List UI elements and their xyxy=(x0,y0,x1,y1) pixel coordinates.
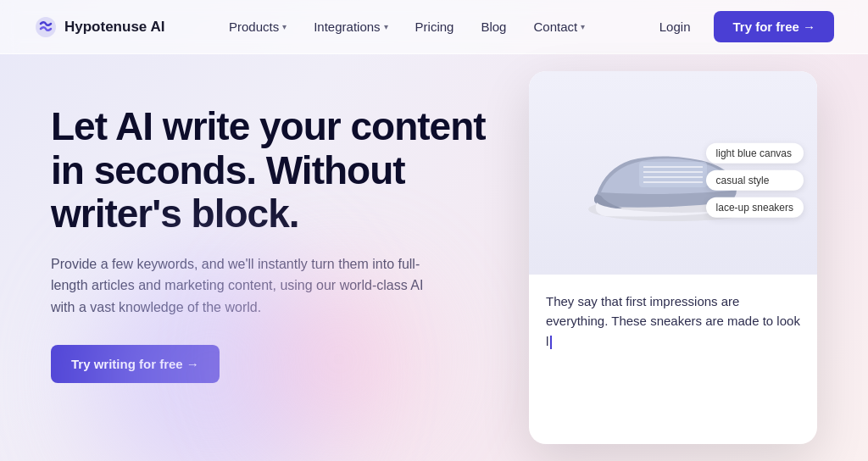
nav-item-products[interactable]: Products ▾ xyxy=(217,14,298,39)
nav-item-contact[interactable]: Contact ▾ xyxy=(521,14,597,39)
shoe-image-area: light blue canvas casual style lace-up s… xyxy=(529,71,817,275)
tag-light-blue-canvas: light blue canvas xyxy=(706,143,804,164)
navbar: Hypotenuse AI Products ▾ Integrations ▾ … xyxy=(0,0,868,54)
chevron-down-icon: ▾ xyxy=(581,22,585,31)
tag-casual-style: casual style xyxy=(706,170,804,191)
logo-icon xyxy=(34,15,58,39)
try-free-button[interactable]: Try for free → xyxy=(714,11,834,42)
nav-item-pricing[interactable]: Pricing xyxy=(403,14,466,39)
hero-subtitle: Provide a few keywords, and we'll instan… xyxy=(51,253,424,319)
chevron-down-icon: ▾ xyxy=(384,22,388,31)
product-card: light blue canvas casual style lace-up s… xyxy=(529,71,817,444)
logo[interactable]: Hypotenuse AI xyxy=(34,15,164,39)
svg-rect-2 xyxy=(639,162,707,187)
generated-text-area: They say that first impressions are ever… xyxy=(529,275,817,368)
tag-lace-up-sneakers: lace-up sneakers xyxy=(706,197,804,218)
nav-right: Login Try for free → xyxy=(649,11,834,42)
hero-cta-button[interactable]: Try writing for free → xyxy=(51,345,220,383)
nav-item-blog[interactable]: Blog xyxy=(469,14,518,39)
nav-item-integrations[interactable]: Integrations ▾ xyxy=(302,14,399,39)
product-mockup: light blue canvas casual style lace-up s… xyxy=(529,71,834,461)
hero-left: Let AI write your content in seconds. Wi… xyxy=(51,88,509,461)
generated-text: They say that first impressions are ever… xyxy=(546,292,800,351)
nav-links: Products ▾ Integrations ▾ Pricing Blog C… xyxy=(217,14,597,39)
chevron-down-icon: ▾ xyxy=(282,22,287,31)
login-button[interactable]: Login xyxy=(649,14,701,39)
product-tags: light blue canvas casual style lace-up s… xyxy=(706,143,804,218)
logo-text: Hypotenuse AI xyxy=(64,19,164,36)
hero-section: Let AI write your content in seconds. Wi… xyxy=(0,54,868,461)
cursor-blink xyxy=(550,336,552,349)
hero-title: Let AI write your content in seconds. Wi… xyxy=(51,105,509,236)
